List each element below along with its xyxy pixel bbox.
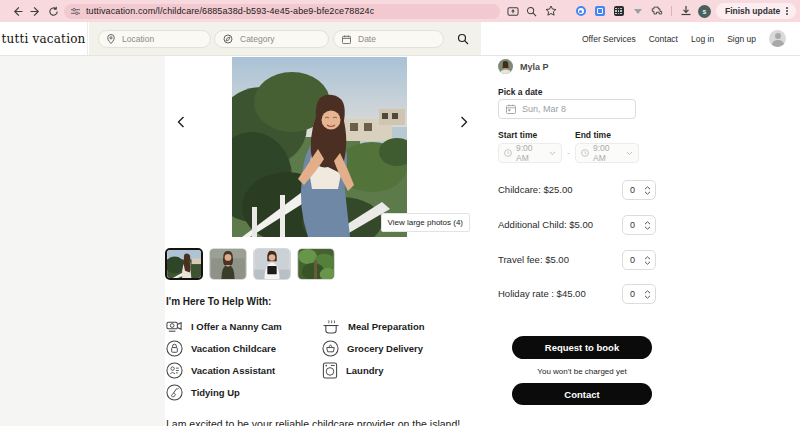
thumbnail-3[interactable] bbox=[253, 248, 291, 280]
stepper-arrows-icon[interactable] bbox=[644, 221, 651, 230]
service-label: Vacation Childcare bbox=[191, 343, 276, 354]
nav-contact[interactable]: Contact bbox=[649, 34, 678, 44]
booking-sidebar: Myla P Pick a date Sun, Mar 8 Start time… bbox=[481, 56, 800, 426]
back-icon[interactable] bbox=[8, 2, 26, 20]
site-logo-text: tutti vacation bbox=[1, 32, 85, 46]
listing-photo[interactable] bbox=[232, 57, 407, 237]
start-time-label: Start time bbox=[498, 130, 537, 140]
charge-note: You won't be charged yet bbox=[512, 367, 652, 376]
service-label: Tidying Up bbox=[191, 387, 240, 398]
category-icon bbox=[223, 34, 233, 44]
date-search-placeholder: Date bbox=[358, 34, 376, 44]
nav-login[interactable]: Log in bbox=[691, 34, 714, 44]
stepper-arrows-icon[interactable] bbox=[644, 290, 651, 299]
start-time-value: 9:00 AM bbox=[516, 143, 545, 163]
request-to-book-button[interactable]: Request to book bbox=[512, 336, 652, 359]
clock-icon bbox=[581, 149, 589, 157]
address-bar[interactable]: tuttivacation.com/l/childcare/6885a38d-b… bbox=[64, 4, 500, 19]
about-text-truncated: I am excited to be your reliable childca… bbox=[166, 418, 466, 426]
service-label: Grocery Delivery bbox=[347, 343, 423, 354]
service-label: Vacation Assistant bbox=[191, 365, 275, 376]
nav-signup[interactable]: Sign up bbox=[727, 34, 756, 44]
finish-update-label: Finish update bbox=[725, 6, 780, 16]
additional-child-qty-stepper[interactable]: 0 bbox=[622, 215, 656, 235]
thumbnail-4[interactable] bbox=[297, 248, 335, 280]
extensions-puzzle-icon[interactable] bbox=[650, 4, 664, 18]
qty-value: 0 bbox=[630, 185, 644, 195]
start-time-select[interactable]: 9:00 AM bbox=[498, 143, 562, 163]
end-time-value: 9:00 AM bbox=[593, 143, 622, 163]
page-body: View large photos (4) I'm Here To Help W… bbox=[0, 56, 800, 426]
service-label: Laundry bbox=[346, 365, 383, 376]
finish-update-button[interactable]: Finish update bbox=[716, 3, 796, 19]
toolbar-divider bbox=[671, 6, 672, 16]
view-large-photos-button[interactable]: View large photos (4) bbox=[381, 213, 470, 232]
search-band: Location Category Date bbox=[89, 22, 481, 55]
calendar-icon bbox=[342, 35, 351, 44]
thumbnail-1[interactable] bbox=[165, 248, 203, 280]
qty-value: 0 bbox=[630, 289, 644, 299]
fee-row-additional-child: Additional Child: $5.00 0 bbox=[498, 215, 678, 235]
zoom-icon[interactable] bbox=[525, 4, 539, 18]
service-meal-preparation: Meal Preparation bbox=[322, 316, 425, 336]
extension-a-icon[interactable] bbox=[574, 4, 588, 18]
stepper-arrows-icon[interactable] bbox=[644, 186, 651, 195]
downloads-icon[interactable] bbox=[679, 4, 693, 18]
location-placeholder: Location bbox=[122, 34, 154, 44]
travel-fee-qty-stepper[interactable]: 0 bbox=[622, 250, 656, 270]
site-header: tutti vacation Location Category Date Of… bbox=[0, 22, 800, 56]
browser-profile-avatar[interactable]: s bbox=[698, 5, 711, 18]
nav-offer-services[interactable]: Offer Services bbox=[582, 34, 636, 44]
fee-row-travel-fee: Travel fee: $5.00 0 bbox=[498, 250, 678, 270]
chevron-down-icon bbox=[549, 151, 556, 156]
service-vacation-assistant: Vacation Assistant bbox=[166, 360, 275, 380]
calendar-icon bbox=[506, 104, 516, 114]
forward-icon[interactable] bbox=[26, 2, 44, 20]
account-avatar[interactable] bbox=[769, 30, 786, 47]
listing-column: View large photos (4) I'm Here To Help W… bbox=[165, 56, 481, 426]
contact-button[interactable]: Contact bbox=[512, 383, 652, 405]
date-picker-input[interactable]: Sun, Mar 8 bbox=[498, 99, 636, 119]
date-search-input[interactable]: Date bbox=[333, 30, 444, 48]
service-grocery-delivery: Grocery Delivery bbox=[322, 338, 423, 358]
service-tidying-up: Tidying Up bbox=[166, 382, 240, 402]
pick-date-label: Pick a date bbox=[498, 87, 542, 97]
location-input[interactable]: Location bbox=[98, 30, 211, 48]
nanny-cam-icon bbox=[166, 319, 183, 333]
site-info-icon[interactable] bbox=[71, 7, 80, 16]
help-heading: I'm Here To Help With: bbox=[166, 296, 271, 307]
reload-icon[interactable] bbox=[44, 2, 62, 20]
service-laundry: Laundry bbox=[322, 360, 383, 380]
end-time-select[interactable]: 9:00 AM bbox=[575, 143, 639, 163]
qty-value: 0 bbox=[630, 220, 644, 230]
time-separator: - bbox=[567, 148, 570, 158]
service-nanny-cam: I Offer a Nanny Cam bbox=[166, 316, 282, 336]
service-vacation-childcare: Vacation Childcare bbox=[166, 338, 276, 358]
cast-icon[interactable] bbox=[506, 4, 520, 18]
extension-translate-icon[interactable] bbox=[593, 4, 607, 18]
fee-label: Holiday rate : $45.00 bbox=[498, 284, 586, 304]
holiday-rate-qty-stepper[interactable]: 0 bbox=[622, 284, 656, 304]
search-button[interactable] bbox=[455, 31, 471, 47]
site-logo[interactable]: tutti vacation bbox=[0, 22, 88, 55]
carousel-next-icon[interactable] bbox=[456, 114, 472, 130]
stepper-arrows-icon[interactable] bbox=[644, 256, 651, 265]
thumbnail-2[interactable] bbox=[209, 248, 247, 280]
host-name: Myla P bbox=[520, 62, 549, 72]
host-row[interactable]: Myla P bbox=[498, 59, 549, 74]
washing-machine-icon bbox=[322, 362, 338, 379]
url-text: tuttivacation.com/l/childcare/6885a38d-b… bbox=[86, 6, 374, 16]
childcare-qty-stepper[interactable]: 0 bbox=[622, 180, 656, 200]
kebab-menu-icon[interactable] bbox=[784, 5, 790, 17]
service-label: I Offer a Nanny Cam bbox=[191, 321, 282, 332]
carousel-prev-icon[interactable] bbox=[173, 114, 189, 130]
time-row: 9:00 AM - 9:00 AM bbox=[498, 143, 639, 163]
broom-icon bbox=[166, 384, 183, 401]
category-input[interactable]: Category bbox=[214, 30, 329, 48]
extension-grid-icon[interactable] bbox=[612, 4, 626, 18]
extension-dropdown-icon[interactable] bbox=[631, 4, 645, 18]
qty-value: 0 bbox=[630, 255, 644, 265]
host-avatar bbox=[498, 59, 513, 74]
bookmark-star-icon[interactable] bbox=[544, 4, 558, 18]
chevron-down-icon bbox=[626, 151, 633, 156]
